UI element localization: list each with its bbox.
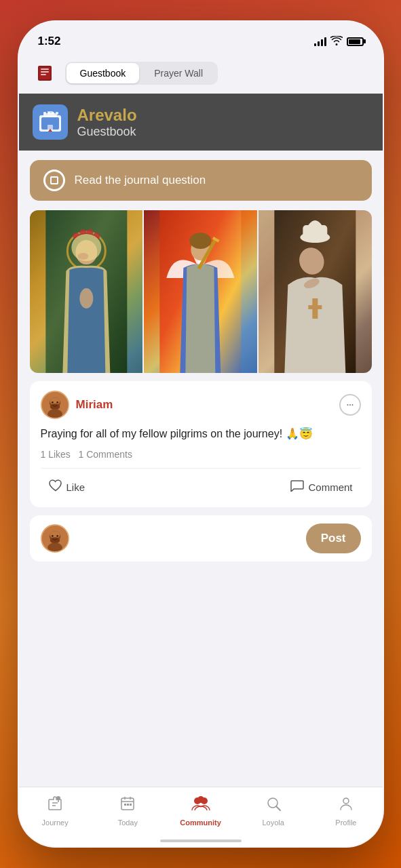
svg-rect-59 xyxy=(127,804,129,806)
like-label: Like xyxy=(66,481,85,493)
nav-label-community: Community xyxy=(180,818,221,827)
gallery-image-3 xyxy=(259,210,372,373)
comment-button[interactable]: Comment xyxy=(282,477,360,498)
post-stats: 1 Likes 1 Comments xyxy=(41,449,361,460)
community-icon xyxy=(191,795,210,816)
svg-point-63 xyxy=(197,796,204,803)
nav-label-today: Today xyxy=(118,818,138,827)
svg-rect-3 xyxy=(41,71,49,73)
comments-count: 1 Comments xyxy=(79,449,132,460)
loyola-icon xyxy=(265,795,282,816)
avatar xyxy=(41,391,69,419)
book-icon[interactable] xyxy=(33,61,57,85)
nav-item-loyola[interactable]: Loyola xyxy=(237,795,309,830)
nav-item-profile[interactable]: Profile xyxy=(309,795,382,830)
post-menu-button[interactable]: ··· xyxy=(339,394,361,416)
post-card: Miriam ··· Praying for all of my fellow … xyxy=(30,381,372,507)
svg-point-22 xyxy=(77,253,88,260)
gallery-image-2 xyxy=(144,210,257,373)
comment-icon xyxy=(290,479,304,495)
profile-icon xyxy=(338,795,354,816)
author-name: Miriam xyxy=(76,398,113,412)
svg-rect-2 xyxy=(41,68,49,70)
header-text: Arevalo Guestbook xyxy=(77,106,137,139)
nav-item-community[interactable]: Community xyxy=(164,795,237,830)
current-user-avatar xyxy=(41,524,69,553)
svg-rect-58 xyxy=(124,804,126,806)
wifi-icon xyxy=(330,36,343,47)
svg-rect-11 xyxy=(52,112,54,115)
section-name: Guestbook xyxy=(77,125,137,139)
journal-button-label: Read the journal question xyxy=(75,174,206,187)
location-emblem xyxy=(33,104,68,140)
battery-icon xyxy=(347,37,364,46)
post-author: Miriam xyxy=(41,391,113,419)
journal-button[interactable]: Read the journal question xyxy=(30,160,372,201)
post-text: Praying for all of my fellow pilgrims on… xyxy=(41,426,361,442)
bottom-nav: Journey Today xyxy=(19,787,383,846)
like-button[interactable]: Like xyxy=(41,477,94,498)
svg-point-49 xyxy=(47,542,62,552)
journal-icon xyxy=(43,170,65,191)
svg-rect-12 xyxy=(56,112,58,115)
post-input-area: Post xyxy=(30,515,372,561)
svg-rect-10 xyxy=(47,112,50,115)
status-bar: 1:52 xyxy=(19,22,383,56)
header-banner: Arevalo Guestbook xyxy=(19,94,383,151)
status-icons xyxy=(314,36,364,47)
svg-rect-4 xyxy=(41,74,46,75)
nav-label-loyola: Loyola xyxy=(263,818,284,827)
comment-label: Comment xyxy=(308,481,352,493)
svg-point-41 xyxy=(56,401,58,403)
home-indicator xyxy=(160,840,242,842)
journey-icon xyxy=(47,795,63,816)
tab-group: Guestbook Prayer Wall xyxy=(65,62,218,85)
svg-point-23 xyxy=(79,288,93,309)
nav-item-journey[interactable]: Journey xyxy=(19,795,92,830)
signal-icon xyxy=(314,37,326,46)
tab-guestbook[interactable]: Guestbook xyxy=(66,63,140,83)
heart-icon xyxy=(49,479,62,495)
svg-point-66 xyxy=(343,798,349,804)
svg-line-65 xyxy=(276,806,280,810)
svg-point-52 xyxy=(56,796,60,800)
post-header: Miriam ··· xyxy=(41,391,361,419)
svg-point-42 xyxy=(47,409,62,418)
post-button[interactable]: Post xyxy=(306,524,361,553)
svg-point-47 xyxy=(52,535,54,537)
status-time: 1:52 xyxy=(38,35,61,48)
post-actions: Like Comment xyxy=(41,468,361,498)
svg-rect-9 xyxy=(43,112,46,115)
top-nav: Guestbook Prayer Wall xyxy=(19,56,383,94)
svg-rect-34 xyxy=(308,305,322,309)
svg-point-40 xyxy=(52,401,54,403)
svg-point-48 xyxy=(56,535,58,537)
svg-point-26 xyxy=(190,233,212,249)
nav-item-today[interactable]: Today xyxy=(92,795,164,830)
svg-rect-31 xyxy=(303,225,327,239)
svg-rect-60 xyxy=(130,804,132,806)
image-gallery xyxy=(30,210,372,373)
location-name: Arevalo xyxy=(77,106,137,125)
today-icon xyxy=(119,795,136,816)
nav-label-profile: Profile xyxy=(335,818,356,827)
nav-label-journey: Journey xyxy=(42,818,69,827)
tab-prayer-wall[interactable]: Prayer Wall xyxy=(140,63,216,83)
likes-count: 1 Likes xyxy=(41,449,71,460)
scroll-area: Read the journal question xyxy=(19,151,383,796)
gallery-image-1 xyxy=(30,210,143,373)
